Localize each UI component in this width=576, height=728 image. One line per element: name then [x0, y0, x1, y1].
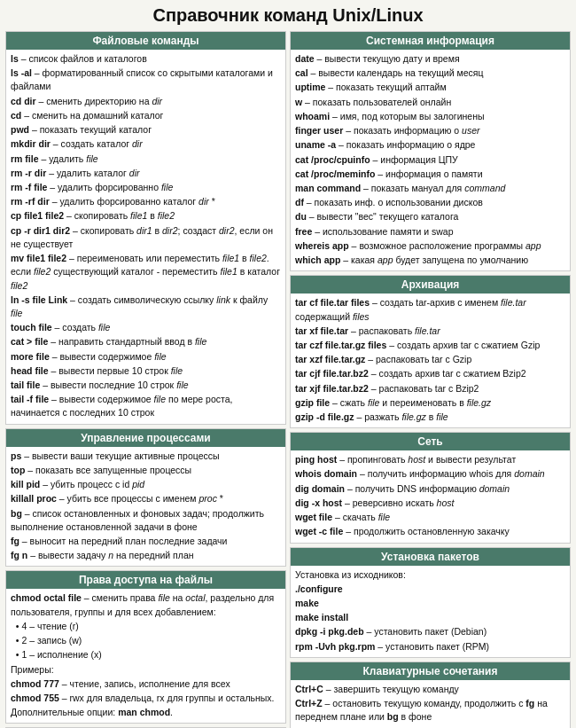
- file-cmd-10: rm -rf dir – удалить форсированно катало…: [11, 195, 281, 208]
- file-cmd-8: rm -r dir – удалить каталог dir: [11, 167, 281, 180]
- file-cmd-12: cp -r dir1 dir2 – скопировать dir1 в dir…: [11, 224, 281, 251]
- proc-cmd-7: fg n – вывести задачу n на передний план: [11, 549, 281, 562]
- section-title-file-commands: Файловые команды: [6, 32, 285, 50]
- file-cmd-9: rm -f file – удалить форсированно file: [11, 181, 281, 194]
- file-cmd-17: more file – вывести содержимое file: [11, 350, 281, 364]
- net-cmd-1: ping host – пропинговать host и вывести …: [295, 453, 565, 466]
- section-body-packages: Установка из исходников: ./configure mak…: [291, 566, 570, 657]
- file-cmd-2: ls -al – форматированный список со скрыт…: [11, 67, 281, 93]
- file-cmd-3: cd dir – сменить директорию на dir: [11, 95, 281, 108]
- sysinfo-cmd-13: free – использование памяти и swap: [295, 225, 565, 239]
- kbd-cmd-1: Ctrl+C – завершить текущую команду: [295, 683, 565, 696]
- sysinfo-cmd-11: df – показать инф. о использовании диско…: [295, 196, 565, 209]
- arch-cmd-5: tar cjf file.tar.bz2 – создать архив tar…: [295, 367, 565, 380]
- pkg-label: Установка из исходников:: [295, 568, 565, 582]
- file-cmd-15: touch file – создать file: [11, 321, 281, 334]
- section-file-commands: Файловые команды ls – список файлов и ка…: [5, 31, 286, 425]
- sysinfo-cmd-6: finger user – показать информацию о user: [295, 124, 565, 137]
- right-column: Системная информация date – вывести теку…: [290, 31, 571, 728]
- arch-cmd-7: gzip file – сжать file и переименовать в…: [295, 396, 565, 410]
- section-body-permissions: chmod octal file – сменить права file на…: [6, 589, 285, 723]
- section-title-archiving: Архивация: [291, 276, 570, 294]
- sysinfo-cmd-2: cal – вывести календарь на текущий месяц: [295, 67, 565, 80]
- sysinfo-cmd-1: date – вывести текущую дату и время: [295, 52, 565, 66]
- net-cmd-5: wget file – скачать file: [295, 511, 565, 524]
- net-cmd-6: wget -c file – продолжить остановленную …: [295, 525, 565, 538]
- net-cmd-2: whois domain – получить информацию whois…: [295, 467, 565, 481]
- file-cmd-11: cp file1 file2 – скопировать file1 в fil…: [11, 209, 281, 223]
- arch-cmd-3: tar czf file.tar.gz files – создать архи…: [295, 339, 565, 352]
- perm-example-777: chmod 777 – чтение, запись, исполнение д…: [11, 677, 281, 691]
- section-body-file-commands: ls – список файлов и каталогов ls -al – …: [6, 50, 285, 424]
- section-body-network: ping host – пропинговать host и вывести …: [291, 450, 570, 542]
- pkg-cmd-2: make: [295, 597, 565, 610]
- pkg-cmd-5: rpm -Uvh pkg.rpm – установить пакет (RPM…: [295, 640, 565, 654]
- sysinfo-cmd-15: which app – какая app будет запущена по …: [295, 254, 565, 267]
- proc-cmd-2: top – показать все запущенные процессы: [11, 464, 281, 477]
- section-body-keyboard: Ctrl+C – завершить текущую команду Ctrl+…: [291, 680, 570, 728]
- perm-w: • 2 – запись (w): [11, 634, 281, 647]
- main-grid: Файловые команды ls – список файлов и ка…: [5, 31, 571, 728]
- section-title-network: Сеть: [291, 433, 570, 450]
- file-cmd-6: mkdir dir – создать каталог dir: [11, 137, 281, 151]
- file-cmd-18: head file – вывести первые 10 строк file: [11, 364, 281, 378]
- sysinfo-cmd-7: uname -a – показать информацию о ядре: [295, 138, 565, 152]
- pkg-cmd-3: make install: [295, 611, 565, 624]
- sysinfo-cmd-9: cat /proc/meminfo – информация о памяти: [295, 168, 565, 181]
- arch-cmd-2: tar xf file.tar – распаковать file.tar: [295, 325, 565, 338]
- section-title-sysinfo: Системная информация: [291, 32, 570, 50]
- file-cmd-19: tail file – вывести последние 10 строк f…: [11, 379, 281, 392]
- perm-x: • 1 – исполнение (x): [11, 648, 281, 661]
- proc-cmd-3: kill pid – убить процесс с id pid: [11, 478, 281, 491]
- perm-examples-label: Примеры:: [11, 663, 281, 677]
- pkg-cmd-1: ./configure: [295, 583, 565, 596]
- section-body-process: ps – вывести ваши текущие активные проце…: [6, 447, 285, 567]
- sysinfo-cmd-4: w – показать пользователей онлайн: [295, 96, 565, 109]
- file-cmd-1: ls – список файлов и каталогов: [11, 52, 281, 66]
- section-system-info: Системная информация date – вывести теку…: [290, 31, 571, 271]
- file-cmd-14: ln -s file Link – создать символическую …: [11, 294, 281, 320]
- section-keyboard-shortcuts: Клавиатурные сочетания Ctrl+C – завершит…: [290, 661, 571, 728]
- section-title-keyboard: Клавиатурные сочетания: [291, 662, 570, 680]
- perm-r: • 4 – чтение (r): [11, 620, 281, 633]
- section-title-process: Управление процессами: [6, 429, 285, 447]
- sysinfo-cmd-8: cat /proc/cpuinfo – информация ЦПУ: [295, 153, 565, 167]
- file-cmd-16: cat > file – направить стандартный ввод …: [11, 335, 281, 348]
- sysinfo-cmd-10: man command – показать мануал для comman…: [295, 182, 565, 195]
- net-cmd-3: dig domain – получить DNS информацию dom…: [295, 482, 565, 496]
- section-body-sysinfo: date – вывести текущую дату и время cal …: [291, 50, 570, 270]
- perm-desc: chmod octal file – сменить права file на…: [11, 591, 281, 618]
- arch-cmd-6: tar xjf file.tar.bz2 – распаковать tar с…: [295, 382, 565, 395]
- section-title-packages: Установка пакетов: [291, 548, 570, 566]
- file-cmd-5: pwd – показать текущий каталог: [11, 123, 281, 137]
- proc-cmd-4: killall proc – убить все процессы с имен…: [11, 492, 281, 505]
- proc-cmd-5: bg – список остановленных и фоновых зада…: [11, 507, 281, 534]
- file-cmd-13: mv file1 file2 – переименовать или перем…: [11, 252, 281, 293]
- arch-cmd-4: tar xzf file.tar.gz – распаковать tar с …: [295, 353, 565, 366]
- sysinfo-cmd-5: whoami – имя, под которым вы залогинены: [295, 110, 565, 123]
- perm-example-755: chmod 755 – rwx для владельца, rx для гр…: [11, 692, 281, 705]
- sysinfo-cmd-12: du – вывести "вес" текущего каталога: [295, 210, 565, 223]
- net-cmd-4: dig -x host – реверсивно искать host: [295, 497, 565, 510]
- file-cmd-4: cd – сменить на домашний каталог: [11, 109, 281, 122]
- file-cmd-20: tail -f file – вывести содержимое file п…: [11, 393, 281, 419]
- arch-cmd-8: gzip -d file.gz – разжать file.gz в file: [295, 411, 565, 424]
- file-cmd-7: rm file – удалить file: [11, 153, 281, 166]
- pkg-cmd-4: dpkg -i pkg.deb – установить пакет (Debi…: [295, 625, 565, 638]
- sysinfo-cmd-3: uptime – показать текущий аптайм: [295, 81, 565, 94]
- section-process-management: Управление процессами ps – вывести ваши …: [5, 428, 286, 568]
- kbd-cmd-3: Ctrl+D – разлогиниться, тоже самое, что …: [295, 725, 565, 728]
- left-column: Файловые команды ls – список файлов и ка…: [5, 31, 286, 728]
- section-body-archiving: tar cf file.tar files – создать tar-архи…: [291, 294, 570, 427]
- kbd-cmd-2: Ctrl+Z – остановить текущую команду, про…: [295, 697, 565, 724]
- page: Справочник команд Unix/Linux Файловые ко…: [0, 0, 576, 728]
- proc-cmd-6: fg – выносит на передний план последние …: [11, 535, 281, 548]
- section-title-permissions: Права доступа на файлы: [6, 571, 285, 589]
- arch-cmd-1: tar cf file.tar files – создать tar-архи…: [295, 296, 565, 323]
- section-package-install: Установка пакетов Установка из исходнико…: [290, 547, 571, 658]
- proc-cmd-1: ps – вывести ваши текущие активные проце…: [11, 450, 281, 463]
- section-network: Сеть ping host – пропинговать host и выв…: [290, 432, 571, 543]
- sysinfo-cmd-14: whereis app – возможное расположение про…: [295, 239, 565, 253]
- perm-more: Дополнительные опции: man chmod.: [11, 706, 281, 719]
- section-file-permissions: Права доступа на файлы chmod octal file …: [5, 570, 286, 724]
